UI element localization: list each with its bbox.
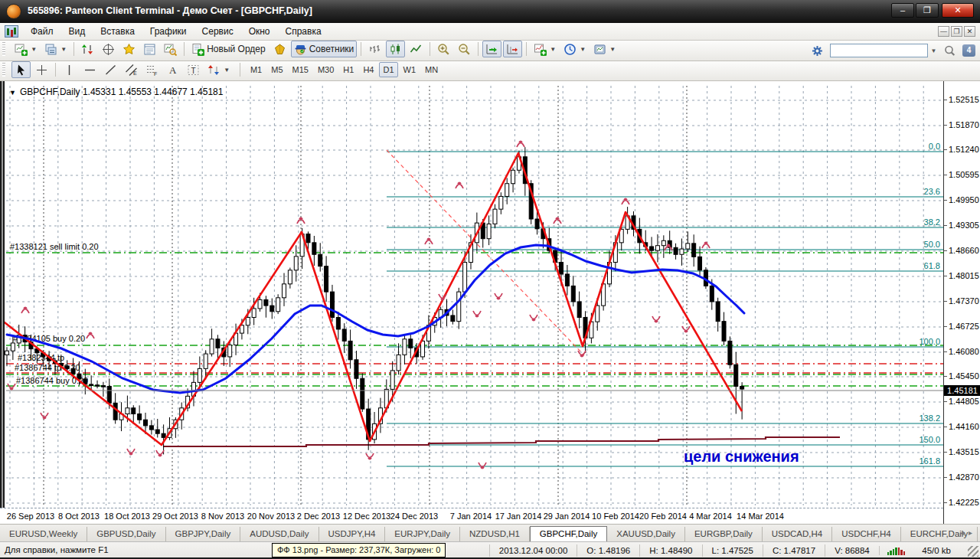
- chart-tab-audusd[interactable]: AUDUSD,Daily: [240, 527, 318, 541]
- chart-tab-usdchf[interactable]: USDCHF,H4: [832, 527, 901, 541]
- trendline-tool[interactable]: [101, 61, 120, 78]
- menu-вид[interactable]: Вид: [61, 23, 93, 40]
- new-chart-button[interactable]: ▼: [11, 41, 40, 57]
- chart-tab-eurjpy[interactable]: EURJPY,Daily: [385, 527, 460, 541]
- price-tick: 1.42225: [949, 498, 979, 507]
- crosshair-tool[interactable]: [32, 61, 51, 78]
- toolbar-grip2[interactable]: [2, 63, 5, 77]
- price-axis[interactable]: 1.525151.518701.512401.505951.499501.493…: [943, 81, 980, 524]
- zoom-out-button[interactable]: [455, 41, 474, 57]
- timeframe-mn[interactable]: MN: [421, 62, 442, 77]
- chart-annotation: цели снижения: [684, 448, 799, 466]
- new-chart-button-dropdown-icon[interactable]: ▼: [31, 46, 37, 53]
- arrows-tool[interactable]: ▼: [204, 61, 233, 78]
- chart-tab-eurusd[interactable]: EURUSD,Weekly: [0, 527, 87, 541]
- chart-canvas[interactable]: 0.023.638.250.061.8100.0138.2150.0161.8#…: [0, 81, 943, 508]
- chart-tab-gbpjpy[interactable]: GBPJPY,Daily: [166, 527, 241, 541]
- tline-icon: [104, 64, 117, 77]
- order-label: #1338121 sell limit 0.20: [10, 242, 99, 251]
- notifications-bubble[interactable]: 4: [962, 44, 975, 57]
- timeframe-m1[interactable]: M1: [247, 62, 266, 77]
- periods-button[interactable]: ▼: [560, 41, 589, 57]
- metaeditor-button[interactable]: [270, 41, 289, 57]
- timeframe-h4[interactable]: H4: [359, 62, 377, 77]
- zoom-in-button[interactable]: [434, 41, 453, 57]
- child-close-button[interactable]: ✕: [964, 26, 975, 37]
- text-tool[interactable]: A: [163, 61, 182, 78]
- app-logo-icon: [6, 4, 21, 19]
- templates-button-dropdown-icon[interactable]: ▼: [609, 46, 616, 53]
- profiles-button-dropdown-icon[interactable]: ▼: [60, 46, 67, 53]
- search-input[interactable]: [830, 44, 928, 57]
- timeframe-w1[interactable]: W1: [400, 62, 420, 77]
- down-arrow-marker: [530, 315, 537, 321]
- timeframe-d1[interactable]: D1: [379, 62, 397, 77]
- menu-справка[interactable]: Справка: [278, 23, 329, 40]
- search-dropdown-icon[interactable]: ▼: [930, 47, 936, 54]
- cursor-tool[interactable]: [11, 61, 31, 78]
- templates-button[interactable]: ▼: [590, 41, 619, 57]
- data-window-button[interactable]: [99, 41, 118, 57]
- settings-gear-icon[interactable]: [808, 42, 827, 59]
- child-minimize-button[interactable]: —: [938, 26, 949, 37]
- toolbar-grip[interactable]: [2, 42, 5, 56]
- candlestick-chart-button[interactable]: [386, 41, 405, 57]
- timeframe-m5[interactable]: M5: [267, 62, 286, 77]
- chart-tab-gbpchf[interactable]: GBPCHF,Daily: [530, 526, 607, 541]
- chart-area[interactable]: 0.023.638.250.061.8100.0138.2150.0161.8#…: [0, 81, 943, 508]
- price-tick: 1.49305: [949, 221, 979, 230]
- auto-scroll-button[interactable]: [482, 41, 501, 57]
- template-icon: [593, 43, 606, 56]
- menu-bar: ФайлВидВставкаГрафикиСервисОкноСправка —…: [0, 23, 980, 41]
- close-button[interactable]: ✕: [942, 3, 974, 18]
- channel-tool[interactable]: E: [122, 61, 141, 78]
- navigator-button[interactable]: [119, 41, 139, 57]
- search-icon[interactable]: [940, 42, 959, 59]
- indicators-button[interactable]: ▼: [531, 41, 559, 57]
- chart-tab-usdcad[interactable]: USDCAD,H4: [763, 527, 832, 541]
- maximize-button[interactable]: ❐: [916, 3, 939, 18]
- chart-tab-gbpusd[interactable]: GBPUSD,Daily: [87, 527, 165, 541]
- menu-окно[interactable]: Окно: [241, 23, 278, 40]
- strategy-tester-button[interactable]: [161, 41, 180, 57]
- bar-chart-button[interactable]: [365, 41, 384, 57]
- periods-button-dropdown-icon[interactable]: ▼: [580, 46, 586, 53]
- vertical-line-tool[interactable]: [60, 61, 79, 78]
- minimize-button[interactable]: –: [891, 3, 914, 18]
- arrows-tool-icon: [207, 64, 220, 77]
- line-chart-button[interactable]: [407, 41, 426, 57]
- chart-tab-eurgbp[interactable]: EURGBP,Daily: [685, 527, 763, 541]
- expert-advisors-button[interactable]: Советники: [291, 41, 358, 57]
- terminal-button[interactable]: [140, 41, 159, 57]
- text-label-tool[interactable]: T: [184, 61, 203, 78]
- menu-сервис[interactable]: Сервис: [194, 23, 241, 40]
- down-arrow-marker: [495, 293, 502, 299]
- new-order-button[interactable]: Новый Ордер: [188, 41, 268, 57]
- menu-вставка[interactable]: Вставка: [93, 23, 142, 40]
- horizontal-line-tool[interactable]: [80, 61, 100, 78]
- chevron-down-icon[interactable]: ▼: [9, 89, 16, 96]
- chart-tab-nzdusd[interactable]: NZDUSD,H1: [460, 527, 530, 541]
- order-label: #1386744 tp 0.20: [15, 363, 80, 372]
- chart-tab-usdjpy[interactable]: USDJPY,H4: [319, 527, 386, 541]
- timeframe-m30[interactable]: M30: [314, 62, 338, 77]
- magnifier-icon: [943, 44, 956, 57]
- arrows-tool-dropdown-icon[interactable]: ▼: [224, 67, 230, 74]
- date-axis[interactable]: 26 Sep 20138 Oct 201318 Oct 201329 Oct 2…: [0, 508, 943, 524]
- svg-text:100.0: 100.0: [919, 337, 940, 346]
- chart-tab-xauusd[interactable]: XAUUSD,Daily: [607, 527, 685, 541]
- price-tick: 1.46080: [949, 347, 979, 356]
- market-watch-button[interactable]: [78, 41, 97, 57]
- menu-файл[interactable]: Файл: [23, 23, 61, 40]
- tab-scroll-arrows[interactable]: ◂▸: [960, 528, 977, 537]
- indicators-button-dropdown-icon[interactable]: ▼: [550, 46, 556, 53]
- resize-grip[interactable]: [968, 546, 978, 557]
- chart-shift-button[interactable]: [503, 41, 522, 57]
- child-restore-button[interactable]: ❐: [951, 26, 962, 37]
- timeframe-m15[interactable]: M15: [289, 62, 312, 77]
- fibonacci-tool[interactable]: F: [142, 61, 162, 78]
- timeframe-h1[interactable]: H1: [339, 62, 358, 77]
- price-tick: 1.45450: [949, 371, 979, 381]
- profiles-button[interactable]: ▼: [41, 41, 70, 57]
- menu-графики[interactable]: Графики: [142, 23, 194, 40]
